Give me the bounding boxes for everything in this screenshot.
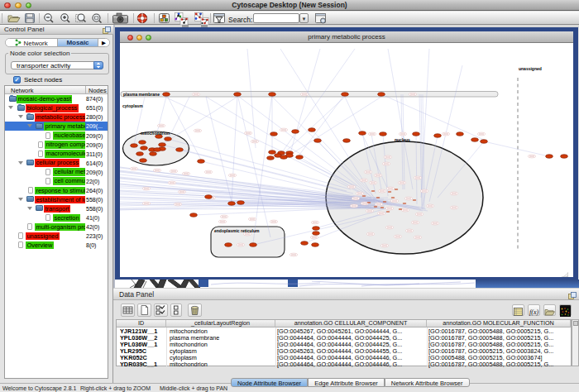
svg-text:f(x): f(x) xyxy=(529,308,538,316)
svg-text:mitochondrion: mitochondrion xyxy=(141,131,170,136)
svg-text:unassigned: unassigned xyxy=(519,66,542,71)
svg-text:cytoplasm: cytoplasm xyxy=(122,103,143,108)
svg-text:endoplasmic reticulum: endoplasmic reticulum xyxy=(214,228,260,233)
svg-text:nucleus: nucleus xyxy=(395,137,410,142)
svg-text:plasma membrane: plasma membrane xyxy=(123,92,160,97)
